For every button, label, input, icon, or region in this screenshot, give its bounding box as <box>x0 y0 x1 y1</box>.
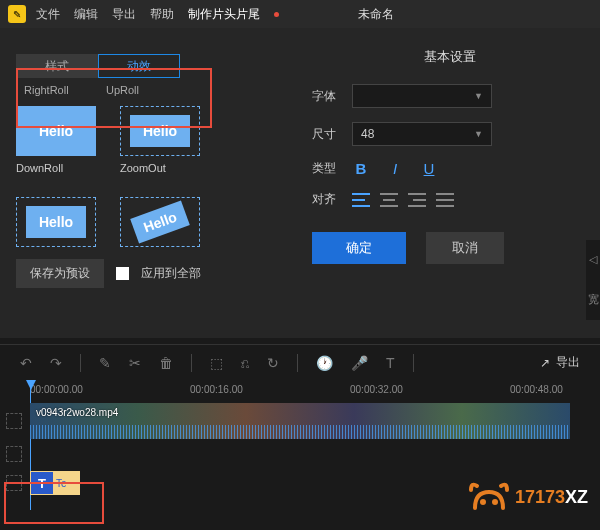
document-title: 未命名 <box>279 6 472 23</box>
anim-item-3[interactable]: Hello <box>16 197 96 252</box>
clip-filename: v0943r2wo28.mp4 <box>36 407 118 418</box>
rotate-icon[interactable]: ↻ <box>267 355 279 371</box>
size-dropdown[interactable]: 48▼ <box>352 122 492 146</box>
anim-item-4[interactable]: Hello <box>120 197 200 252</box>
font-label: 字体 <box>312 88 352 105</box>
menu-edit[interactable]: 编辑 <box>74 6 98 23</box>
menu-export[interactable]: 导出 <box>112 6 136 23</box>
split-icon[interactable]: ⎌ <box>241 355 249 371</box>
menu-bar: ✎ 文件 编辑 导出 帮助 制作片头片尾 未命名 <box>0 0 600 28</box>
apply-all-label: 应用到全部 <box>141 265 201 282</box>
ok-button[interactable]: 确定 <box>312 232 406 264</box>
tab-animation[interactable]: 动效 <box>98 54 180 78</box>
svg-point-1 <box>492 499 498 505</box>
time-mark: 00:00:32.00 <box>350 384 403 395</box>
align-left-button[interactable] <box>352 193 370 207</box>
app-logo: ✎ <box>8 5 26 23</box>
track-icon <box>6 446 22 462</box>
video-track-icon <box>6 413 22 429</box>
tab-style[interactable]: 样式 <box>16 54 98 78</box>
undo-icon[interactable]: ↶ <box>20 355 32 371</box>
video-track[interactable]: v0943r2wo28.mp4 <box>30 402 600 440</box>
align-label: 对齐 <box>312 191 352 208</box>
timeline-toolbar: ↶ ↷ ✎ ✂ 🗑 ⬚ ⎌ ↻ 🕐 🎤 T ↗ 导出 <box>0 344 600 380</box>
align-justify-button[interactable] <box>436 193 454 207</box>
edit-icon[interactable]: ✎ <box>99 355 111 371</box>
save-preset-button[interactable]: 保存为预设 <box>16 259 104 288</box>
svg-point-0 <box>480 499 486 505</box>
text-track-icon <box>6 475 22 491</box>
italic-button[interactable]: I <box>386 160 404 177</box>
cancel-button[interactable]: 取消 <box>426 232 504 264</box>
time-ruler[interactable]: 00:00:00.00 00:00:16.00 00:00:32.00 00:0… <box>30 384 600 402</box>
clock-icon[interactable]: 🕐 <box>316 355 333 371</box>
bold-button[interactable]: B <box>352 160 370 177</box>
text-tool-icon[interactable]: T <box>386 355 395 371</box>
time-mark: 00:00:16.00 <box>190 384 243 395</box>
settings-panel: 基本设置 字体 ▼ 尺寸 48▼ 类型 B I U 对齐 <box>300 28 600 338</box>
animation-grid: Hello DownRoll Hello ZoomOut Hello Hello <box>16 106 300 251</box>
font-dropdown[interactable]: ▼ <box>352 84 492 108</box>
delete-icon[interactable]: 🗑 <box>159 355 173 371</box>
export-icon: ↗ <box>540 356 550 370</box>
chevron-down-icon: ▼ <box>474 91 483 101</box>
text-clip[interactable]: T Te <box>30 471 80 495</box>
size-label: 尺寸 <box>312 126 352 143</box>
time-mark: 00:00:00.00 <box>30 384 83 395</box>
video-clip[interactable]: v0943r2wo28.mp4 <box>30 403 570 439</box>
main-panel: 样式 动效 RightRoll UpRoll Hello DownRoll He… <box>0 28 600 338</box>
menu-help[interactable]: 帮助 <box>150 6 174 23</box>
right-sidebar: ◁ 宽 <box>586 240 600 320</box>
label-rightroll: RightRoll <box>16 84 98 96</box>
underline-button[interactable]: U <box>420 160 438 177</box>
chevron-down-icon: ▼ <box>474 129 483 139</box>
align-center-button[interactable] <box>380 193 398 207</box>
play-icon[interactable]: ◁ <box>589 253 597 266</box>
menu-intro-outro[interactable]: 制作片头片尾 <box>188 6 260 23</box>
settings-title: 基本设置 <box>312 48 588 66</box>
text-clip-icon: T <box>31 472 53 494</box>
watermark: 17173XZ <box>467 478 588 516</box>
label-uproll: UpRoll <box>98 84 180 96</box>
align-right-button[interactable] <box>408 193 426 207</box>
effects-panel: 样式 动效 RightRoll UpRoll Hello DownRoll He… <box>0 28 300 338</box>
export-button[interactable]: ↗ 导出 <box>540 354 580 371</box>
apply-all-checkbox[interactable] <box>116 267 129 280</box>
watermark-icon <box>467 478 511 516</box>
anim-zoomout[interactable]: Hello ZoomOut <box>120 106 200 179</box>
type-label: 类型 <box>312 160 352 177</box>
time-mark: 00:00:48.00 <box>510 384 563 395</box>
wide-label: 宽 <box>588 292 599 307</box>
mic-icon[interactable]: 🎤 <box>351 355 368 371</box>
audio-waveform <box>30 425 570 439</box>
redo-icon[interactable]: ↷ <box>50 355 62 371</box>
crop-icon[interactable]: ⬚ <box>210 355 223 371</box>
empty-track[interactable] <box>30 444 600 464</box>
cut-icon[interactable]: ✂ <box>129 355 141 371</box>
menu-file[interactable]: 文件 <box>36 6 60 23</box>
anim-downroll[interactable]: Hello DownRoll <box>16 106 96 179</box>
